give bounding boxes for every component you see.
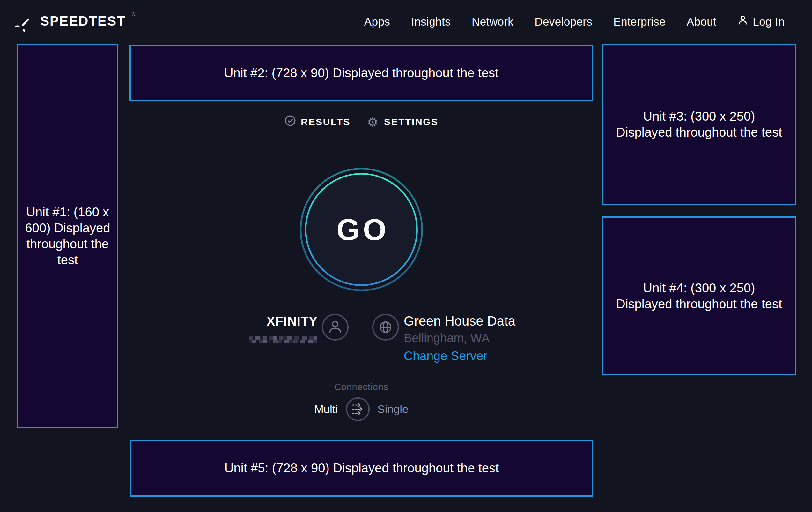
ad-unit-1[interactable]: Unit #1: (160 x 600) Displayed throughou…: [17, 44, 118, 428]
redacted-ip: [249, 336, 317, 344]
logo-wordmark: SPEEDTEST: [40, 11, 126, 31]
go-button-label: GO: [333, 212, 389, 247]
check-circle-icon: [284, 115, 296, 128]
ad-unit-5-text: Unit #5: (728 x 90) Displayed throughout…: [225, 460, 499, 476]
ad-unit-2-text: Unit #2: (728 x 90) Displayed throughout…: [224, 65, 499, 81]
nav-item-insights[interactable]: Insights: [411, 15, 451, 28]
nav-item-about[interactable]: About: [687, 15, 716, 28]
tab-settings-label: SETTINGS: [384, 116, 438, 127]
server-location: Bellingham, WA: [404, 329, 515, 347]
nav-item-enterprise[interactable]: Enterprise: [613, 15, 666, 28]
tab-results[interactable]: RESULTS: [284, 115, 350, 128]
trademark-symbol: ®: [132, 11, 135, 18]
isp-name[interactable]: XFINITY: [240, 314, 318, 329]
tab-results-label: RESULTS: [301, 116, 350, 127]
multi-connection-toggle-icon[interactable]: [345, 397, 370, 421]
server-info: Green House Data Bellingham, WA Change S…: [404, 313, 515, 365]
ad-unit-4-text: Unit #4: (300 x 250) Displayed throughou…: [615, 280, 783, 312]
ad-unit-5[interactable]: Unit #5: (728 x 90) Displayed throughout…: [130, 440, 593, 497]
ad-unit-4[interactable]: Unit #4: (300 x 250) Displayed throughou…: [602, 216, 796, 375]
ad-unit-1-text: Unit #1: (160 x 600) Displayed throughou…: [25, 204, 110, 268]
server-globe-icon: [372, 314, 399, 341]
nav-item-apps[interactable]: Apps: [364, 15, 390, 28]
nav-item-network[interactable]: Network: [472, 15, 514, 28]
isp-user-icon: [321, 314, 349, 341]
tab-settings[interactable]: ⚙ SETTINGS: [367, 116, 438, 127]
connections-single-option[interactable]: Single: [377, 403, 408, 416]
main-nav: Apps Insights Network Developers Enterpr…: [364, 15, 785, 29]
speedometer-icon: [15, 11, 34, 32]
connections-label: Connections: [129, 382, 593, 392]
login-button[interactable]: Log In: [737, 15, 785, 29]
go-button[interactable]: GO: [299, 167, 424, 292]
change-server-link[interactable]: Change Server: [404, 347, 515, 365]
speedtest-logo[interactable]: SPEEDTEST ®: [15, 11, 135, 32]
speedtest-page: SPEEDTEST ® Apps Insights Network Develo…: [0, 0, 812, 512]
gear-icon: ⚙: [367, 116, 379, 127]
connections-toggle: Multi Single: [129, 397, 593, 422]
ad-unit-2[interactable]: Unit #2: (728 x 90) Displayed throughout…: [129, 45, 593, 101]
server-name: Green House Data: [404, 313, 515, 329]
nav-item-developers[interactable]: Developers: [534, 15, 592, 28]
user-icon: [737, 15, 748, 29]
connections-multi-option[interactable]: Multi: [314, 403, 338, 416]
ad-unit-3[interactable]: Unit #3: (300 x 250) Displayed throughou…: [602, 44, 796, 205]
ad-unit-3-text: Unit #3: (300 x 250) Displayed throughou…: [615, 109, 783, 140]
login-label: Log In: [753, 15, 785, 28]
top-nav-bar: SPEEDTEST ® Apps Insights Network Develo…: [0, 0, 812, 44]
results-settings-tabs: RESULTS ⚙ SETTINGS: [129, 115, 593, 128]
